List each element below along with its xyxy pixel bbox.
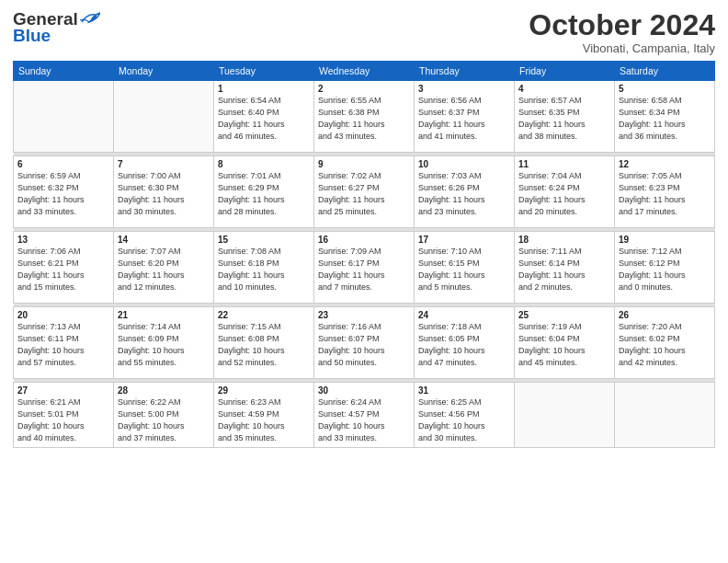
calendar-week-row: 27Sunrise: 6:21 AM Sunset: 5:01 PM Dayli… bbox=[14, 383, 715, 448]
day-number: 1 bbox=[218, 84, 310, 94]
calendar-cell: 30Sunrise: 6:24 AM Sunset: 4:57 PM Dayli… bbox=[314, 383, 415, 448]
calendar-header-wednesday: Wednesday bbox=[314, 62, 415, 81]
calendar-cell: 17Sunrise: 7:10 AM Sunset: 6:15 PM Dayli… bbox=[415, 232, 515, 304]
calendar-cell: 9Sunrise: 7:02 AM Sunset: 6:27 PM Daylig… bbox=[314, 156, 415, 228]
day-info: Sunrise: 7:05 AM Sunset: 6:23 PM Dayligh… bbox=[619, 170, 711, 218]
calendar-cell: 5Sunrise: 6:58 AM Sunset: 6:34 PM Daylig… bbox=[615, 81, 715, 153]
day-info: Sunrise: 6:55 AM Sunset: 6:38 PM Dayligh… bbox=[318, 95, 410, 143]
day-number: 18 bbox=[518, 235, 610, 245]
day-number: 14 bbox=[118, 235, 210, 245]
calendar-cell: 16Sunrise: 7:09 AM Sunset: 6:17 PM Dayli… bbox=[314, 232, 415, 304]
day-info: Sunrise: 7:00 AM Sunset: 6:30 PM Dayligh… bbox=[118, 170, 210, 218]
calendar-cell: 8Sunrise: 7:01 AM Sunset: 6:29 PM Daylig… bbox=[214, 156, 314, 228]
day-info: Sunrise: 7:03 AM Sunset: 6:26 PM Dayligh… bbox=[418, 170, 510, 218]
day-info: Sunrise: 7:20 AM Sunset: 6:02 PM Dayligh… bbox=[619, 321, 711, 369]
day-number: 6 bbox=[17, 159, 109, 169]
calendar-week-row: 20Sunrise: 7:13 AM Sunset: 6:11 PM Dayli… bbox=[14, 307, 715, 379]
day-info: Sunrise: 7:07 AM Sunset: 6:20 PM Dayligh… bbox=[118, 246, 210, 293]
day-info: Sunrise: 7:02 AM Sunset: 6:27 PM Dayligh… bbox=[318, 170, 410, 218]
day-info: Sunrise: 7:11 AM Sunset: 6:14 PM Dayligh… bbox=[518, 246, 610, 293]
header: General Blue October 2024 Vibonati, Camp… bbox=[13, 9, 715, 55]
calendar-cell: 27Sunrise: 6:21 AM Sunset: 5:01 PM Dayli… bbox=[14, 383, 114, 448]
day-number: 19 bbox=[619, 235, 711, 245]
day-number: 2 bbox=[318, 84, 410, 94]
calendar-cell: 21Sunrise: 7:14 AM Sunset: 6:09 PM Dayli… bbox=[114, 307, 214, 379]
day-info: Sunrise: 7:16 AM Sunset: 6:07 PM Dayligh… bbox=[318, 321, 410, 369]
calendar-cell: 6Sunrise: 6:59 AM Sunset: 6:32 PM Daylig… bbox=[14, 156, 114, 228]
calendar-cell: 23Sunrise: 7:16 AM Sunset: 6:07 PM Dayli… bbox=[314, 307, 415, 379]
day-number: 11 bbox=[518, 159, 610, 169]
day-number: 24 bbox=[418, 310, 510, 320]
logo: General Blue bbox=[13, 9, 100, 46]
day-number: 15 bbox=[218, 235, 310, 245]
day-number: 5 bbox=[619, 84, 711, 94]
day-info: Sunrise: 6:59 AM Sunset: 6:32 PM Dayligh… bbox=[17, 170, 109, 218]
day-number: 28 bbox=[118, 385, 210, 396]
calendar-header-row: SundayMondayTuesdayWednesdayThursdayFrid… bbox=[14, 62, 715, 81]
calendar-header-friday: Friday bbox=[515, 62, 615, 81]
day-number: 20 bbox=[17, 310, 109, 320]
calendar-header-tuesday: Tuesday bbox=[214, 62, 314, 81]
calendar-cell bbox=[14, 81, 114, 153]
day-info: Sunrise: 7:18 AM Sunset: 6:05 PM Dayligh… bbox=[418, 321, 510, 369]
calendar-cell: 26Sunrise: 7:20 AM Sunset: 6:02 PM Dayli… bbox=[615, 307, 715, 379]
day-info: Sunrise: 6:22 AM Sunset: 5:00 PM Dayligh… bbox=[118, 396, 210, 444]
calendar-cell: 2Sunrise: 6:55 AM Sunset: 6:38 PM Daylig… bbox=[314, 81, 415, 153]
calendar-header-thursday: Thursday bbox=[415, 62, 515, 81]
day-info: Sunrise: 7:14 AM Sunset: 6:09 PM Dayligh… bbox=[118, 321, 210, 369]
day-info: Sunrise: 7:06 AM Sunset: 6:21 PM Dayligh… bbox=[17, 246, 109, 293]
calendar-cell: 7Sunrise: 7:00 AM Sunset: 6:30 PM Daylig… bbox=[114, 156, 214, 228]
day-number: 13 bbox=[17, 235, 109, 245]
day-info: Sunrise: 7:04 AM Sunset: 6:24 PM Dayligh… bbox=[518, 170, 610, 218]
day-info: Sunrise: 6:58 AM Sunset: 6:34 PM Dayligh… bbox=[619, 95, 711, 143]
day-number: 23 bbox=[318, 310, 410, 320]
day-number: 9 bbox=[318, 159, 410, 169]
calendar-cell: 18Sunrise: 7:11 AM Sunset: 6:14 PM Dayli… bbox=[515, 232, 615, 304]
day-number: 21 bbox=[118, 310, 210, 320]
calendar-cell: 1Sunrise: 6:54 AM Sunset: 6:40 PM Daylig… bbox=[214, 81, 314, 153]
day-info: Sunrise: 6:21 AM Sunset: 5:01 PM Dayligh… bbox=[17, 396, 109, 444]
calendar-table: SundayMondayTuesdayWednesdayThursdayFrid… bbox=[13, 61, 715, 448]
day-info: Sunrise: 7:01 AM Sunset: 6:29 PM Dayligh… bbox=[218, 170, 310, 218]
day-number: 27 bbox=[17, 385, 109, 396]
page: General Blue October 2024 Vibonati, Camp… bbox=[0, 0, 728, 563]
day-info: Sunrise: 7:08 AM Sunset: 6:18 PM Dayligh… bbox=[218, 246, 310, 293]
calendar-cell: 3Sunrise: 6:56 AM Sunset: 6:37 PM Daylig… bbox=[415, 81, 515, 153]
day-info: Sunrise: 6:24 AM Sunset: 4:57 PM Dayligh… bbox=[318, 396, 410, 444]
day-number: 8 bbox=[218, 159, 310, 169]
day-info: Sunrise: 6:23 AM Sunset: 4:59 PM Dayligh… bbox=[218, 396, 310, 444]
calendar-cell: 11Sunrise: 7:04 AM Sunset: 6:24 PM Dayli… bbox=[515, 156, 615, 228]
logo-blue: Blue bbox=[13, 26, 51, 46]
calendar-cell: 24Sunrise: 7:18 AM Sunset: 6:05 PM Dayli… bbox=[415, 307, 515, 379]
day-info: Sunrise: 7:19 AM Sunset: 6:04 PM Dayligh… bbox=[518, 321, 610, 369]
calendar-cell: 12Sunrise: 7:05 AM Sunset: 6:23 PM Dayli… bbox=[615, 156, 715, 228]
calendar-cell: 28Sunrise: 6:22 AM Sunset: 5:00 PM Dayli… bbox=[114, 383, 214, 448]
calendar-header-monday: Monday bbox=[114, 62, 214, 81]
month-title: October 2024 bbox=[529, 9, 715, 41]
day-info: Sunrise: 6:25 AM Sunset: 4:56 PM Dayligh… bbox=[418, 396, 510, 444]
day-info: Sunrise: 7:12 AM Sunset: 6:12 PM Dayligh… bbox=[619, 246, 711, 293]
calendar-cell bbox=[114, 81, 214, 153]
day-number: 10 bbox=[418, 159, 510, 169]
day-info: Sunrise: 7:15 AM Sunset: 6:08 PM Dayligh… bbox=[218, 321, 310, 369]
calendar-cell: 22Sunrise: 7:15 AM Sunset: 6:08 PM Dayli… bbox=[214, 307, 314, 379]
calendar-cell: 25Sunrise: 7:19 AM Sunset: 6:04 PM Dayli… bbox=[515, 307, 615, 379]
calendar-cell: 19Sunrise: 7:12 AM Sunset: 6:12 PM Dayli… bbox=[615, 232, 715, 304]
calendar-header-saturday: Saturday bbox=[615, 62, 715, 81]
day-number: 26 bbox=[619, 310, 711, 320]
calendar-week-row: 6Sunrise: 6:59 AM Sunset: 6:32 PM Daylig… bbox=[14, 156, 715, 228]
day-number: 29 bbox=[218, 385, 310, 396]
calendar-week-row: 1Sunrise: 6:54 AM Sunset: 6:40 PM Daylig… bbox=[14, 81, 715, 153]
location: Vibonati, Campania, Italy bbox=[529, 41, 715, 55]
day-number: 4 bbox=[518, 84, 610, 94]
calendar-cell: 29Sunrise: 6:23 AM Sunset: 4:59 PM Dayli… bbox=[214, 383, 314, 448]
day-info: Sunrise: 6:56 AM Sunset: 6:37 PM Dayligh… bbox=[418, 95, 510, 143]
day-number: 7 bbox=[118, 159, 210, 169]
day-number: 30 bbox=[318, 385, 410, 396]
day-number: 17 bbox=[418, 235, 510, 245]
calendar-cell: 10Sunrise: 7:03 AM Sunset: 6:26 PM Dayli… bbox=[415, 156, 515, 228]
calendar-header-sunday: Sunday bbox=[14, 62, 114, 81]
day-info: Sunrise: 7:10 AM Sunset: 6:15 PM Dayligh… bbox=[418, 246, 510, 293]
day-info: Sunrise: 7:09 AM Sunset: 6:17 PM Dayligh… bbox=[318, 246, 410, 293]
day-number: 16 bbox=[318, 235, 410, 245]
